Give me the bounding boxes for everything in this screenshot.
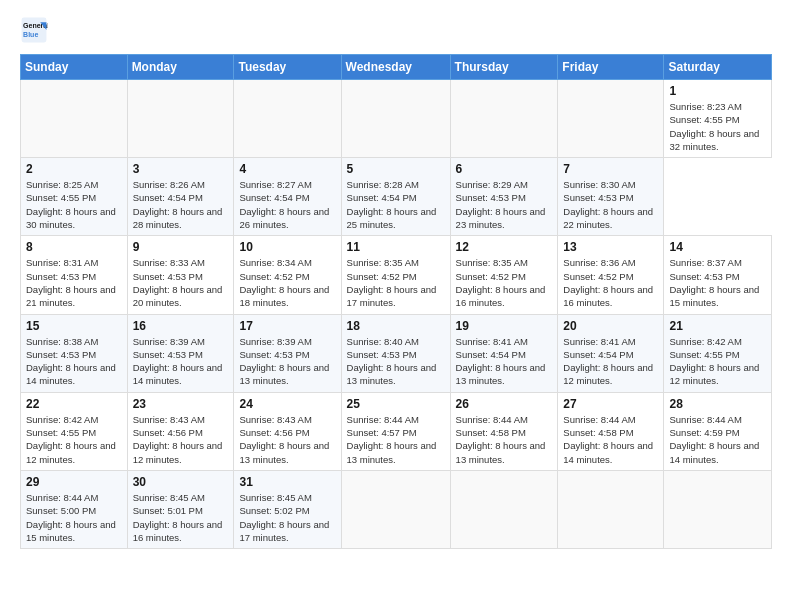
table-row: 28 Sunrise: 8:44 AMSunset: 4:59 PMDaylig…	[664, 392, 772, 470]
day-number: 14	[669, 240, 766, 254]
table-row	[450, 80, 558, 158]
day-number: 29	[26, 475, 122, 489]
table-row: 6 Sunrise: 8:29 AMSunset: 4:53 PMDayligh…	[450, 158, 558, 236]
day-number: 1	[669, 84, 766, 98]
table-row: 23 Sunrise: 8:43 AMSunset: 4:56 PMDaylig…	[127, 392, 234, 470]
table-row	[664, 470, 772, 548]
day-info: Sunrise: 8:44 AMSunset: 4:58 PMDaylight:…	[456, 413, 553, 466]
day-info: Sunrise: 8:31 AMSunset: 4:53 PMDaylight:…	[26, 256, 122, 309]
table-row	[450, 470, 558, 548]
day-info: Sunrise: 8:44 AMSunset: 4:57 PMDaylight:…	[347, 413, 445, 466]
logo: General Blue	[20, 16, 52, 44]
table-row: 2 Sunrise: 8:25 AMSunset: 4:55 PMDayligh…	[21, 158, 128, 236]
day-number: 3	[133, 162, 229, 176]
day-info: Sunrise: 8:23 AMSunset: 4:55 PMDaylight:…	[669, 100, 766, 153]
col-tuesday: Tuesday	[234, 55, 341, 80]
day-number: 28	[669, 397, 766, 411]
day-number: 8	[26, 240, 122, 254]
day-number: 13	[563, 240, 658, 254]
table-row: 20 Sunrise: 8:41 AMSunset: 4:54 PMDaylig…	[558, 314, 664, 392]
calendar-week-row: 22 Sunrise: 8:42 AMSunset: 4:55 PMDaylig…	[21, 392, 772, 470]
logo-icon: General Blue	[20, 16, 48, 44]
table-row: 16 Sunrise: 8:39 AMSunset: 4:53 PMDaylig…	[127, 314, 234, 392]
table-row: 13 Sunrise: 8:36 AMSunset: 4:52 PMDaylig…	[558, 236, 664, 314]
day-number: 30	[133, 475, 229, 489]
col-saturday: Saturday	[664, 55, 772, 80]
day-number: 25	[347, 397, 445, 411]
table-row: 21 Sunrise: 8:42 AMSunset: 4:55 PMDaylig…	[664, 314, 772, 392]
table-row: 25 Sunrise: 8:44 AMSunset: 4:57 PMDaylig…	[341, 392, 450, 470]
day-info: Sunrise: 8:28 AMSunset: 4:54 PMDaylight:…	[347, 178, 445, 231]
table-row: 12 Sunrise: 8:35 AMSunset: 4:52 PMDaylig…	[450, 236, 558, 314]
header: General Blue	[20, 16, 772, 44]
table-row: 4 Sunrise: 8:27 AMSunset: 4:54 PMDayligh…	[234, 158, 341, 236]
table-row: 1 Sunrise: 8:23 AMSunset: 4:55 PMDayligh…	[664, 80, 772, 158]
day-number: 5	[347, 162, 445, 176]
table-row: 22 Sunrise: 8:42 AMSunset: 4:55 PMDaylig…	[21, 392, 128, 470]
table-row	[234, 80, 341, 158]
calendar-page: General Blue Sunday Monday Tuesday Wedne…	[0, 0, 792, 612]
table-row: 29 Sunrise: 8:44 AMSunset: 5:00 PMDaylig…	[21, 470, 128, 548]
calendar-week-row: 2 Sunrise: 8:25 AMSunset: 4:55 PMDayligh…	[21, 158, 772, 236]
svg-text:Blue: Blue	[23, 31, 38, 38]
day-info: Sunrise: 8:36 AMSunset: 4:52 PMDaylight:…	[563, 256, 658, 309]
day-number: 27	[563, 397, 658, 411]
table-row: 7 Sunrise: 8:30 AMSunset: 4:53 PMDayligh…	[558, 158, 664, 236]
col-wednesday: Wednesday	[341, 55, 450, 80]
day-info: Sunrise: 8:44 AMSunset: 4:59 PMDaylight:…	[669, 413, 766, 466]
day-info: Sunrise: 8:42 AMSunset: 4:55 PMDaylight:…	[669, 335, 766, 388]
table-row: 31 Sunrise: 8:45 AMSunset: 5:02 PMDaylig…	[234, 470, 341, 548]
calendar-table: Sunday Monday Tuesday Wednesday Thursday…	[20, 54, 772, 549]
day-info: Sunrise: 8:35 AMSunset: 4:52 PMDaylight:…	[347, 256, 445, 309]
table-row: 11 Sunrise: 8:35 AMSunset: 4:52 PMDaylig…	[341, 236, 450, 314]
day-info: Sunrise: 8:43 AMSunset: 4:56 PMDaylight:…	[133, 413, 229, 466]
table-row: 19 Sunrise: 8:41 AMSunset: 4:54 PMDaylig…	[450, 314, 558, 392]
day-number: 10	[239, 240, 335, 254]
table-row	[341, 80, 450, 158]
calendar-week-row: 15 Sunrise: 8:38 AMSunset: 4:53 PMDaylig…	[21, 314, 772, 392]
day-number: 4	[239, 162, 335, 176]
col-friday: Friday	[558, 55, 664, 80]
col-thursday: Thursday	[450, 55, 558, 80]
day-info: Sunrise: 8:29 AMSunset: 4:53 PMDaylight:…	[456, 178, 553, 231]
day-number: 15	[26, 319, 122, 333]
table-row: 8 Sunrise: 8:31 AMSunset: 4:53 PMDayligh…	[21, 236, 128, 314]
table-row: 24 Sunrise: 8:43 AMSunset: 4:56 PMDaylig…	[234, 392, 341, 470]
day-number: 26	[456, 397, 553, 411]
table-row: 5 Sunrise: 8:28 AMSunset: 4:54 PMDayligh…	[341, 158, 450, 236]
day-info: Sunrise: 8:38 AMSunset: 4:53 PMDaylight:…	[26, 335, 122, 388]
table-row: 26 Sunrise: 8:44 AMSunset: 4:58 PMDaylig…	[450, 392, 558, 470]
day-number: 22	[26, 397, 122, 411]
table-row	[21, 80, 128, 158]
table-row: 27 Sunrise: 8:44 AMSunset: 4:58 PMDaylig…	[558, 392, 664, 470]
day-info: Sunrise: 8:40 AMSunset: 4:53 PMDaylight:…	[347, 335, 445, 388]
day-number: 19	[456, 319, 553, 333]
day-info: Sunrise: 8:27 AMSunset: 4:54 PMDaylight:…	[239, 178, 335, 231]
table-row: 18 Sunrise: 8:40 AMSunset: 4:53 PMDaylig…	[341, 314, 450, 392]
day-number: 16	[133, 319, 229, 333]
day-info: Sunrise: 8:34 AMSunset: 4:52 PMDaylight:…	[239, 256, 335, 309]
table-row: 17 Sunrise: 8:39 AMSunset: 4:53 PMDaylig…	[234, 314, 341, 392]
day-info: Sunrise: 8:44 AMSunset: 5:00 PMDaylight:…	[26, 491, 122, 544]
day-number: 18	[347, 319, 445, 333]
day-number: 6	[456, 162, 553, 176]
svg-rect-0	[22, 18, 47, 43]
day-info: Sunrise: 8:26 AMSunset: 4:54 PMDaylight:…	[133, 178, 229, 231]
day-info: Sunrise: 8:45 AMSunset: 5:01 PMDaylight:…	[133, 491, 229, 544]
table-row: 10 Sunrise: 8:34 AMSunset: 4:52 PMDaylig…	[234, 236, 341, 314]
calendar-header-row: Sunday Monday Tuesday Wednesday Thursday…	[21, 55, 772, 80]
day-number: 9	[133, 240, 229, 254]
day-info: Sunrise: 8:41 AMSunset: 4:54 PMDaylight:…	[563, 335, 658, 388]
table-row	[341, 470, 450, 548]
table-row: 30 Sunrise: 8:45 AMSunset: 5:01 PMDaylig…	[127, 470, 234, 548]
day-number: 20	[563, 319, 658, 333]
col-sunday: Sunday	[21, 55, 128, 80]
day-info: Sunrise: 8:35 AMSunset: 4:52 PMDaylight:…	[456, 256, 553, 309]
calendar-week-row: 8 Sunrise: 8:31 AMSunset: 4:53 PMDayligh…	[21, 236, 772, 314]
table-row: 3 Sunrise: 8:26 AMSunset: 4:54 PMDayligh…	[127, 158, 234, 236]
day-info: Sunrise: 8:45 AMSunset: 5:02 PMDaylight:…	[239, 491, 335, 544]
table-row: 14 Sunrise: 8:37 AMSunset: 4:53 PMDaylig…	[664, 236, 772, 314]
table-row: 9 Sunrise: 8:33 AMSunset: 4:53 PMDayligh…	[127, 236, 234, 314]
day-info: Sunrise: 8:42 AMSunset: 4:55 PMDaylight:…	[26, 413, 122, 466]
day-number: 31	[239, 475, 335, 489]
